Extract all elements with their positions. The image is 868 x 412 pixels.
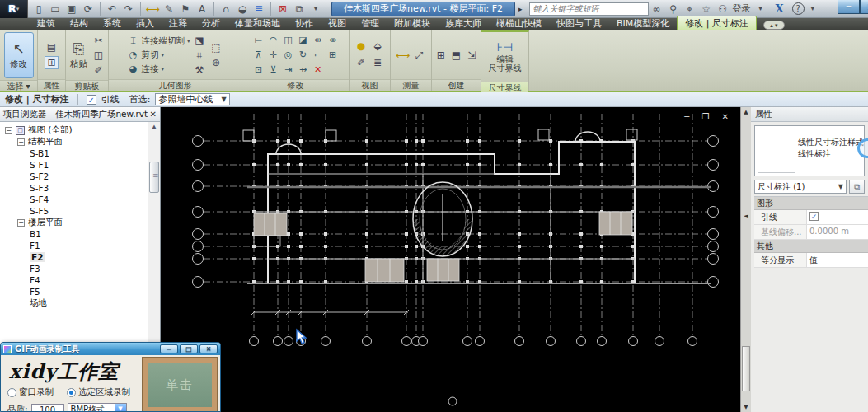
undo-icon[interactable]: ↶ [105, 2, 120, 16]
entrance-arch-right[interactable] [575, 132, 600, 142]
offset-surface-icon[interactable]: ⌗ [193, 49, 207, 62]
stair-core[interactable] [254, 213, 287, 246]
edit-type-button[interactable]: ⧉ [849, 180, 865, 194]
tree-item-S-F3[interactable]: S-F3 [0, 182, 148, 194]
leader-param-checkbox[interactable]: ✓ [809, 212, 819, 221]
prop-row-基线偏移...[interactable]: 基线偏移...0.0000 m [754, 225, 868, 240]
panel-label-geometry[interactable]: 几何图形 [109, 79, 242, 91]
properties-header[interactable]: 属性 [751, 107, 868, 122]
array-icon[interactable]: ⊞ [326, 48, 340, 62]
panel-label-witness[interactable]: 尺寸界线 [481, 82, 528, 93]
leader-checkbox[interactable]: ✓ [87, 95, 96, 105]
tab-结构[interactable]: 结构 [63, 16, 96, 30]
geometry-tool-0[interactable]: ⌶连接端切割▾ [127, 35, 190, 48]
signin-dropdown-icon[interactable]: ▾ [753, 2, 769, 16]
maximize-button[interactable]: ❐ [860, 0, 868, 14]
radio-icon[interactable] [67, 388, 76, 397]
tree-item-S-F1[interactable]: S-F1 [0, 159, 148, 171]
type-selector[interactable]: 线性尺寸标注样式 线性标注 [754, 125, 865, 176]
default-3d-view-icon[interactable]: ⌂ [218, 2, 233, 16]
stair-core[interactable] [365, 259, 404, 282]
section-icon[interactable]: ◒ [235, 2, 250, 16]
panel-label-create[interactable]: 创建 [432, 79, 481, 91]
stair-core[interactable] [599, 212, 632, 235]
tree-expander-icon[interactable]: − [17, 138, 25, 146]
tab-分析[interactable]: 分析 [195, 16, 228, 30]
tree-item-F5[interactable]: F5 [0, 286, 148, 297]
copy-icon[interactable]: ◫ [91, 49, 106, 62]
thin-lines-icon[interactable]: ≣ [251, 2, 266, 16]
app-menu-button[interactable]: R▾ [0, 0, 28, 18]
hide-category-icon[interactable]: ⬙ [371, 40, 385, 53]
create-assembly-icon[interactable]: ⬒ [450, 49, 463, 62]
tab-注释[interactable]: 注释 [162, 16, 195, 30]
drawing-area[interactable]: ─ ❐ ✕ [161, 107, 740, 412]
redo-icon[interactable]: ↷ [121, 2, 136, 16]
unpin-icon[interactable]: ⊻ [266, 63, 280, 77]
prop-row-等分显示[interactable]: 等分显示值 [754, 253, 868, 268]
tab-体量和场地[interactable]: 体量和场地 [228, 16, 288, 30]
copy-icon[interactable]: ◎ [281, 48, 295, 62]
gif-radio-1[interactable]: 选定区域录制 [67, 386, 130, 398]
tree-item-F1[interactable]: F1 [0, 240, 148, 251]
tab-附加模块[interactable]: 附加模块 [387, 16, 438, 30]
panel-collapse-icon[interactable]: ◄ [742, 211, 750, 221]
panel-label-modify[interactable]: 修改 [242, 79, 349, 91]
dimension-icon[interactable]: ⤢ [412, 49, 426, 62]
gif-titlebar[interactable]: GIF动画录制工具 ─ □ ✕ [1, 343, 220, 355]
modify-button[interactable]: ↖ 修改 [4, 32, 34, 78]
panel-label-select[interactable]: 选择 ▾ [0, 80, 37, 91]
save-icon[interactable]: ▣ [64, 2, 79, 16]
tab-管理[interactable]: 管理 [354, 16, 387, 30]
radio-icon[interactable] [7, 388, 16, 397]
tree-group-楼层平面[interactable]: −楼层平面 [0, 217, 148, 228]
tree-group-结构平面[interactable]: −结构平面 [0, 136, 148, 147]
split-icon[interactable]: ⇹ [311, 33, 325, 47]
tab-建筑[interactable]: 建筑 [30, 16, 63, 30]
signin-label[interactable]: 登录 [733, 2, 751, 15]
aligned-dimension-icon[interactable]: ⟷ [145, 2, 160, 16]
tab-插入[interactable]: 插入 [129, 16, 162, 30]
panel-label-clipboard[interactable]: 剪贴板 [66, 80, 108, 91]
tree-item-S-B1[interactable]: S-B1 [0, 147, 148, 159]
customize-qat-icon[interactable]: ▾ [308, 2, 323, 16]
new-file-icon[interactable]: ▯ [31, 2, 46, 16]
align-icon[interactable]: ⟝ [251, 33, 265, 47]
tab-系统[interactable]: 系统 [96, 16, 129, 30]
demolish-icon[interactable]: ⚒ [193, 63, 207, 77]
delete-icon[interactable]: ✕ [311, 63, 325, 77]
grid-bubble[interactable] [448, 397, 457, 405]
mirror-pick-icon[interactable]: ◫ [281, 33, 295, 47]
paste-button[interactable]: ⎘ 粘贴 [68, 32, 89, 78]
panel-label-view[interactable]: 视图 [350, 79, 390, 91]
lightbulb-icon[interactable]: ● [354, 40, 368, 53]
override-graphics-icon[interactable]: ✐ [354, 56, 368, 69]
view-window-controls[interactable]: ─ ❐ ✕ [684, 112, 734, 121]
favorites-icon[interactable]: ☆ [698, 2, 715, 16]
scroll-down-icon[interactable]: ▼ [742, 402, 750, 412]
match-type-icon[interactable]: ✐ [91, 63, 106, 77]
text-icon[interactable]: A [195, 2, 209, 16]
geometry-tool-1[interactable]: ◔剪切▾ [127, 49, 190, 62]
cut-icon[interactable]: ✂ [91, 34, 106, 47]
minimize-button[interactable]: ─ [838, 0, 860, 14]
pin-icon[interactable]: ⊼ [251, 48, 265, 62]
offset-icon[interactable]: ◠ [266, 33, 280, 47]
trim-icon[interactable]: ⌐ [311, 48, 325, 62]
detail-line-icon[interactable]: ✎ [162, 2, 176, 16]
scale-icon[interactable]: ⊡ [251, 63, 265, 77]
title-expand-icon[interactable]: ▸ [518, 5, 523, 13]
tree-item-B1[interactable]: B1 [0, 228, 148, 240]
properties-icon[interactable]: ▤ [45, 40, 59, 54]
tree-item-F3[interactable]: F3 [0, 263, 148, 274]
quality-input[interactable]: 100 [31, 404, 64, 412]
measure-icon[interactable]: ⟷ [396, 49, 410, 62]
wall-opening-icon[interactable]: ⬚ [209, 41, 223, 54]
geometry-tool-2[interactable]: ◕连接▾ [127, 63, 190, 76]
stair-core[interactable] [427, 259, 459, 281]
tab-视图[interactable]: 视图 [321, 16, 354, 30]
panel-label-properties[interactable]: 属性 [38, 79, 65, 91]
open-file-icon[interactable]: ▭ [48, 2, 63, 16]
switch-windows-icon[interactable]: ⧉ [292, 2, 307, 16]
tree-expander-icon[interactable]: − [5, 127, 12, 134]
